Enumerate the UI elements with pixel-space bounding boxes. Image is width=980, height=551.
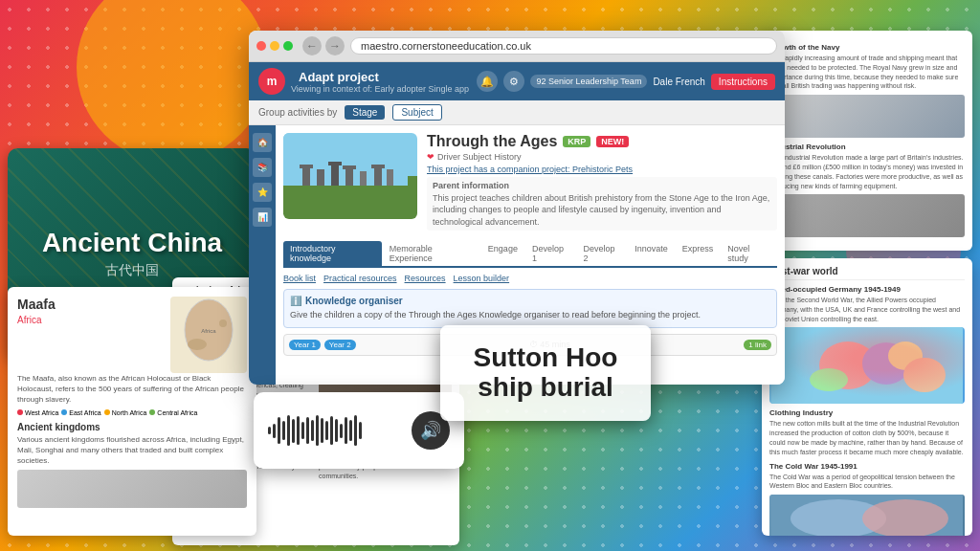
tab-develop-1[interactable]: Develop 1: [525, 241, 576, 266]
heart-icon: ❤: [427, 152, 434, 162]
tab-engage[interactable]: Engage: [481, 241, 524, 266]
sidebar-chart-icon[interactable]: 📊: [253, 208, 272, 227]
tab-express[interactable]: Express: [676, 241, 721, 266]
legend-label-north: North Africa: [112, 409, 147, 416]
subtab-book-list[interactable]: Book list: [283, 274, 316, 283]
rp-germany-title: Allied-occupied Germany 1945-1949: [769, 285, 965, 294]
browser-nav: ← →: [302, 36, 345, 55]
right-panel-top: Growth of the Navy The rapidly increasin…: [762, 31, 972, 251]
rp-clothing-section: Clothing Industry The new cotton mills b…: [769, 408, 965, 456]
legend-west-africa: West Africa: [17, 409, 58, 416]
legend-dot-east: [61, 409, 67, 415]
project-title: Through the Ages: [427, 133, 557, 150]
companion-text[interactable]: This project has a companion project: Pr…: [427, 165, 777, 174]
rp-industrial-section: Industrial Revolution The Industrial Rev…: [769, 143, 965, 237]
address-bar[interactable]: maestro.cornerstoneeducation.co.uk: [350, 37, 777, 55]
forward-button[interactable]: →: [325, 36, 345, 55]
settings-icon[interactable]: ⚙: [503, 71, 524, 92]
tab-innovate[interactable]: Innovate: [628, 241, 675, 266]
left-panel-maafa: Maafa Africa Africa The Maafa, also know…: [8, 287, 256, 536]
subject-label: Driver Subject: [437, 152, 492, 162]
stonehenge-svg: [283, 133, 408, 214]
legend-central-africa: Central Africa: [149, 409, 197, 416]
wave-bar-13: [325, 421, 328, 440]
close-window-button[interactable]: [256, 41, 266, 51]
wave-bar-2: [273, 424, 276, 438]
knowledge-organiser-box: ℹ️ Knowledge organiser Give the children…: [283, 289, 777, 328]
svg-rect-9: [360, 171, 367, 186]
africa-map-svg: Africa: [170, 297, 247, 373]
wave-bar-14: [330, 416, 333, 445]
sub-tabs: Book list Practical resources Resources …: [283, 274, 777, 283]
audio-waveform: [268, 411, 402, 450]
ancient-kingdoms-image: [17, 470, 247, 508]
svg-point-15: [219, 320, 227, 327]
maafa-title: Maafa: [17, 297, 155, 312]
map-legend: West Africa East Africa North Africa Cen…: [17, 409, 247, 416]
right-panel-title: Post-war world: [769, 266, 965, 280]
right-panel-bottom: Post-war world Allied-occupied Germany 1…: [762, 258, 972, 536]
svg-rect-5: [331, 164, 339, 186]
audio-card[interactable]: 🔊: [254, 392, 464, 469]
subtab-practical-resources[interactable]: Practical resources: [323, 274, 397, 283]
svg-rect-12: [387, 169, 393, 186]
rp-cold-war-title: The Cold War 1945-1991: [769, 462, 965, 471]
lesson-badges: Year 1 Year 2: [289, 340, 356, 350]
legend-label-central: Central Africa: [157, 409, 197, 416]
subject-button[interactable]: Subject: [392, 104, 441, 121]
krp-badge: KRP: [563, 136, 590, 147]
tab-memorable-experience[interactable]: Memorable Experience: [383, 241, 480, 266]
link-badge: 1 link: [744, 340, 771, 350]
sidebar-home-icon[interactable]: 🏠: [253, 133, 272, 152]
svg-rect-2: [302, 166, 310, 186]
rp-navy-title: Growth of the Navy: [769, 43, 965, 52]
industrial-image: [769, 194, 965, 237]
sidebar-book-icon[interactable]: 📚: [253, 158, 272, 177]
maafa-body: The Maafa, also known as the African Hol…: [17, 373, 247, 406]
minimize-window-button[interactable]: [270, 41, 279, 51]
user-name: Dale French: [653, 77, 704, 87]
wave-bar-12: [321, 418, 323, 443]
germany-map: [769, 327, 965, 404]
parent-info-label: Parent information: [433, 181, 509, 190]
sidebar-star-icon[interactable]: ⭐: [253, 183, 272, 202]
cold-war-map: [769, 495, 965, 536]
svg-rect-3: [300, 165, 313, 168]
tab-develop-2[interactable]: Develop 2: [577, 241, 628, 266]
team-badge: 92 Senior Leadership Team: [530, 75, 647, 88]
stage-button[interactable]: Stage: [345, 105, 385, 120]
wave-bar-7: [297, 416, 300, 445]
rp-clothing-title: Clothing Industry: [769, 408, 965, 417]
svg-rect-7: [345, 167, 353, 186]
parent-info-text: This project teaches children about Brit…: [433, 193, 769, 227]
instructions-button[interactable]: Instructions: [711, 74, 775, 90]
sutton-hoo-text: Sutton Hoo ship burial: [440, 334, 651, 412]
wave-bar-16: [340, 424, 343, 438]
back-button[interactable]: ←: [302, 36, 322, 55]
group-activities-label: Group activities by: [258, 107, 337, 118]
maximize-window-button[interactable]: [283, 41, 293, 51]
project-image-inner: [283, 133, 417, 219]
wave-bar-18: [349, 420, 352, 441]
rp-germany-text: After the Second World War, the Allied P…: [769, 296, 965, 323]
rp-cold-war-section: The Cold War 1945-1991 The Cold War was …: [769, 462, 965, 536]
subtab-resources[interactable]: Resources: [405, 274, 446, 283]
site-header-title: Adapt project: [299, 70, 469, 84]
parent-info: Parent information This project teaches …: [427, 177, 777, 231]
project-info: Through the Ages KRP NEW! ❤ Driver Subje…: [427, 133, 777, 233]
legend-dot-central: [149, 409, 155, 415]
notification-icon[interactable]: 🔔: [477, 71, 498, 92]
svg-rect-10: [374, 166, 382, 186]
svg-point-14: [188, 339, 207, 350]
maafa-region: Africa: [17, 315, 155, 325]
map-overlay: [769, 327, 965, 404]
wave-bar-4: [282, 421, 285, 440]
ancient-kingdoms-text: Various ancient kingdoms flourished acro…: [17, 434, 247, 467]
legend-label-east: East Africa: [69, 409, 100, 416]
subtab-lesson-builder[interactable]: Lesson builder: [454, 274, 510, 283]
project-title-row: Through the Ages KRP NEW!: [427, 133, 777, 150]
wave-bar-3: [278, 417, 280, 444]
tab-novel-study[interactable]: Novel study: [721, 241, 777, 266]
tab-introductory-knowledge[interactable]: Introductory knowledge: [283, 241, 382, 266]
wave-bar-15: [335, 419, 338, 442]
